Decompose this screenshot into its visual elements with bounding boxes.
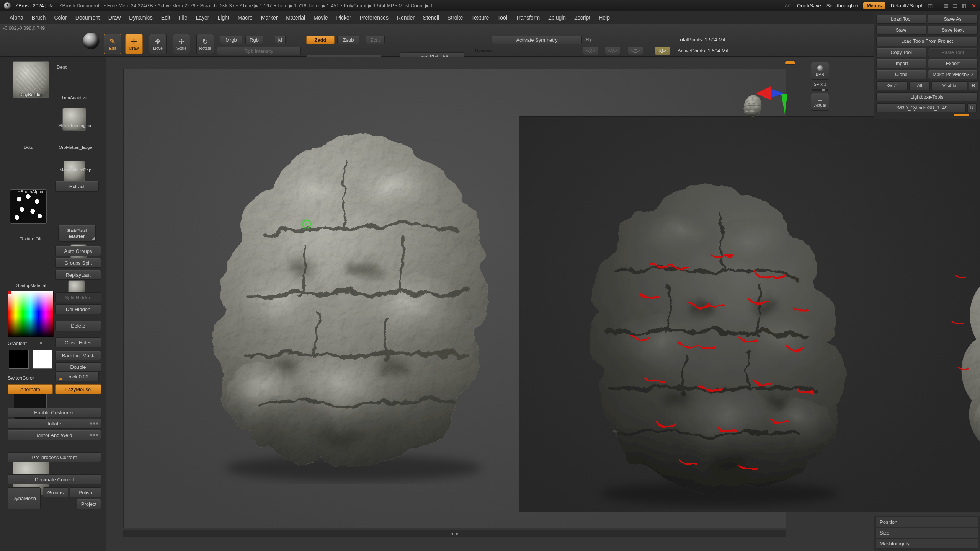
titlebar-utility-icon[interactable]: ≡ bbox=[936, 3, 939, 9]
stroke-dots-thumb[interactable] bbox=[10, 189, 47, 224]
export-button[interactable]: Export bbox=[928, 59, 978, 68]
m-button[interactable]: M bbox=[275, 36, 286, 44]
zcut-button[interactable]: Zcut bbox=[366, 36, 385, 44]
dynamesh-groups-button[interactable]: Groups bbox=[43, 487, 68, 497]
rgb-button[interactable]: Rgb bbox=[245, 36, 263, 44]
quicksave-button[interactable]: QuickSave bbox=[797, 3, 821, 8]
dynamesh-button[interactable]: DynaMesh bbox=[8, 487, 41, 509]
groups-split-button[interactable]: Groups Split bbox=[55, 258, 101, 268]
menu-item[interactable]: File bbox=[175, 11, 192, 24]
dynamesh-polish-button[interactable]: Polish bbox=[70, 487, 101, 497]
menu-item[interactable]: Movie bbox=[309, 11, 332, 24]
scroll-right-icon[interactable]: ▸ bbox=[456, 531, 459, 536]
decimate-current-button[interactable]: Decimate Current bbox=[8, 474, 101, 484]
menu-item[interactable]: Edit bbox=[157, 11, 175, 24]
preprocess-current-button[interactable]: Pre-process Current bbox=[8, 452, 101, 462]
menu-item[interactable]: Document bbox=[71, 11, 104, 24]
mirror-and-weld-button[interactable]: Mirror And Weld bbox=[8, 430, 101, 440]
close-holes-button[interactable]: Close Holes bbox=[55, 337, 101, 347]
active-tool-preview-thumb[interactable] bbox=[739, 94, 766, 118]
spix-slider[interactable] bbox=[812, 89, 828, 91]
lazy-mouse-button[interactable]: LazyMouse bbox=[55, 384, 101, 394]
menu-item[interactable]: Render bbox=[393, 11, 419, 24]
import-button[interactable]: Import bbox=[876, 59, 926, 68]
symmetry-y-button[interactable]: >Y< bbox=[605, 47, 620, 55]
inflate-button[interactable]: Inflate bbox=[8, 419, 101, 429]
main-color-swatch[interactable] bbox=[9, 350, 29, 369]
zadd-button[interactable]: Zadd bbox=[306, 36, 335, 44]
menu-item[interactable]: Help bbox=[595, 11, 614, 24]
menu-item[interactable]: Texture bbox=[467, 11, 493, 24]
active-tool-r-button[interactable]: R bbox=[967, 103, 977, 112]
goz-button[interactable]: GoZ bbox=[876, 81, 908, 90]
mirror-axis-toggles[interactable] bbox=[90, 434, 98, 436]
del-hidden-button[interactable]: Del Hidden bbox=[55, 304, 101, 314]
menu-item[interactable]: Draw bbox=[104, 11, 125, 24]
backface-mask-button[interactable]: BackfaceMask bbox=[55, 351, 101, 360]
menu-item[interactable]: Dynamics bbox=[125, 11, 157, 24]
menu-item[interactable]: Preferences bbox=[355, 11, 392, 24]
rgb-intensity-slider[interactable]: Rgb Intensity bbox=[217, 47, 301, 55]
subtool-master-button[interactable]: SubTool Master◢ bbox=[58, 225, 96, 242]
menu-item[interactable]: Light bbox=[214, 11, 234, 24]
menu-item[interactable]: Macro bbox=[234, 11, 257, 24]
menus-button[interactable]: Menus bbox=[863, 2, 885, 9]
zsub-button[interactable]: Zsub bbox=[337, 36, 359, 44]
enable-customize-button[interactable]: Enable Customize bbox=[8, 408, 101, 417]
activate-symmetry-button[interactable]: Activate Symmetry bbox=[492, 36, 582, 44]
menu-item[interactable]: Zscript bbox=[570, 11, 595, 24]
gradient-toggle[interactable]: Gradient bbox=[8, 341, 27, 346]
shelf-divider-handle[interactable] bbox=[785, 61, 795, 64]
paste-tool-button[interactable]: Paste Tool bbox=[928, 48, 978, 57]
replay-last-button[interactable]: ReplayLast bbox=[55, 270, 101, 280]
make-polymesh3d-button[interactable]: Make PolyMesh3D bbox=[928, 70, 978, 79]
save-as-button[interactable]: Save As bbox=[928, 15, 978, 24]
menu-item[interactable]: Marker bbox=[257, 11, 282, 24]
menu-item[interactable]: Zplugin bbox=[544, 11, 570, 24]
secondary-color-swatch[interactable] bbox=[33, 350, 52, 369]
color-picker[interactable] bbox=[8, 291, 54, 337]
rotate-button[interactable]: ↻ Rotate bbox=[196, 34, 214, 54]
menu-item[interactable]: Stencil bbox=[419, 11, 443, 24]
menu-item[interactable]: Transform bbox=[511, 11, 544, 24]
scroll-left-icon[interactable]: ◂ bbox=[451, 531, 453, 536]
see-through-slider[interactable]: See-through 0 bbox=[826, 3, 858, 8]
titlebar-utility-icon[interactable]: ◫ bbox=[928, 3, 933, 9]
close-icon[interactable]: ✕ bbox=[972, 3, 976, 9]
default-zscript-button[interactable]: DefaultZScript bbox=[891, 3, 922, 8]
double-button[interactable]: Double bbox=[55, 362, 101, 372]
load-tool-button[interactable]: Load Tool bbox=[876, 15, 926, 24]
tool-palette-section-row[interactable]: MeshIntegrity bbox=[875, 538, 978, 549]
menu-item[interactable]: Material bbox=[282, 11, 309, 24]
symmetry-x-button[interactable]: >X< bbox=[583, 47, 598, 55]
menu-item[interactable]: Brush bbox=[28, 11, 50, 24]
lightbox-tools-button[interactable]: Lightbox▶Tools bbox=[876, 92, 978, 101]
save-next-button[interactable]: Save Next bbox=[928, 26, 978, 35]
copy-tool-button[interactable]: Copy Tool bbox=[876, 48, 926, 57]
see-through-reference-panel[interactable] bbox=[519, 116, 980, 512]
mrgb-button[interactable]: Mrgb bbox=[220, 36, 242, 44]
titlebar-utility-icon[interactable]: ▤ bbox=[952, 3, 957, 9]
r-symmetry-toggle[interactable]: (R) bbox=[584, 37, 591, 42]
titlebar-utility-icon[interactable]: ▦ bbox=[944, 3, 949, 9]
dynamic-draw-size-toggle[interactable]: Dynamic bbox=[475, 48, 493, 53]
scale-button[interactable]: ✣ Scale bbox=[173, 34, 190, 54]
goz-all-button[interactable]: All bbox=[909, 81, 930, 90]
tool-palette-section-row[interactable]: Size bbox=[875, 528, 978, 538]
canvas-bottom-scrollbar[interactable]: ◂ ▸ bbox=[123, 530, 786, 537]
draw-button[interactable]: ✛ Draw bbox=[125, 34, 143, 54]
goz-r-button[interactable]: R bbox=[969, 81, 978, 90]
auto-groups-button[interactable]: Auto Groups bbox=[55, 246, 101, 256]
save-button[interactable]: Save bbox=[876, 26, 926, 35]
titlebar-utility-icon[interactable]: ▥ bbox=[961, 3, 966, 9]
active-tool-button[interactable]: PM3D_Cylinder3D_1. 49 bbox=[876, 103, 966, 112]
menu-item[interactable]: Layer bbox=[192, 11, 214, 24]
clone-button[interactable]: Clone bbox=[876, 70, 926, 79]
inflate-axis-toggles[interactable] bbox=[90, 423, 98, 425]
split-hidden-button[interactable]: Split Hidden bbox=[55, 292, 101, 302]
extract-button[interactable]: Extract bbox=[55, 181, 99, 192]
dynamesh-project-button[interactable]: Project bbox=[77, 499, 101, 509]
canvas-area[interactable]: BPR SPix 3 ▭ Actual ◂ ▸ bbox=[106, 57, 980, 551]
bpr-render-button[interactable]: BPR bbox=[811, 62, 829, 80]
menu-item[interactable]: Stroke bbox=[443, 11, 467, 24]
